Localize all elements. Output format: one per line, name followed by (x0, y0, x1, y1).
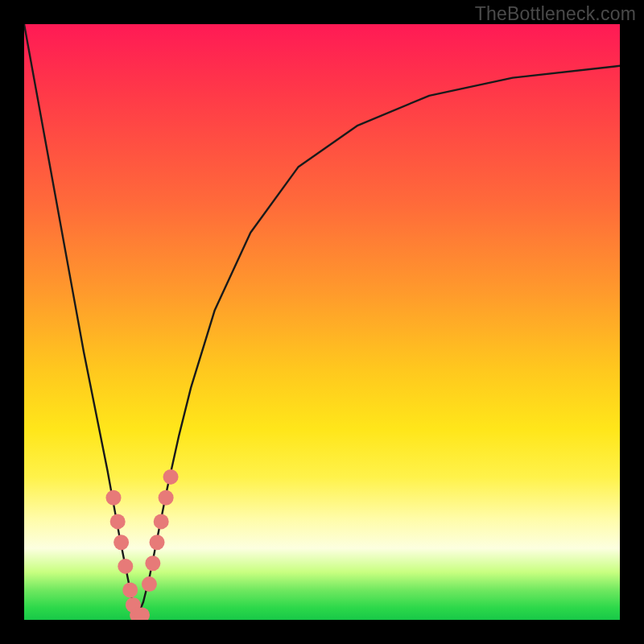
highlight-dot (106, 490, 122, 506)
highlight-dots-left (106, 490, 151, 620)
highlight-dot (163, 469, 179, 485)
highlight-dots-right (142, 469, 179, 592)
chart-frame: TheBottleneck.com (0, 0, 644, 644)
highlight-dot (134, 608, 150, 620)
highlight-dot (122, 583, 138, 598)
bottleneck-curve-svg (24, 24, 620, 620)
watermark-text: TheBottleneck.com (475, 3, 636, 25)
highlight-dot (154, 514, 169, 529)
highlight-dot (145, 555, 160, 571)
highlight-dot (142, 576, 157, 592)
highlight-dot (118, 559, 133, 574)
highlight-dot (126, 597, 141, 613)
highlight-dot (130, 608, 145, 620)
highlight-dot (114, 535, 129, 550)
highlight-dot (110, 514, 126, 529)
plot-area (24, 24, 620, 620)
bottleneck-curve-path (24, 24, 620, 617)
highlight-dot (150, 535, 165, 550)
highlight-dot (159, 490, 174, 506)
